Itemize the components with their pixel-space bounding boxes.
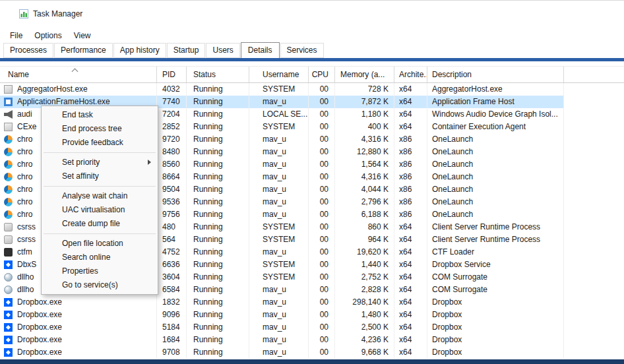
menu-file[interactable]: File [4, 29, 28, 42]
table-row[interactable]: Dropbox.exe 9708 Running mav_u 00 9,668 … [0, 346, 564, 359]
menu-item-end-process-tree[interactable]: End process tree [42, 122, 158, 136]
menu-item-set-affinity[interactable]: Set affinity [42, 169, 158, 183]
tab-performance[interactable]: Performance [54, 43, 113, 58]
column-header-pid[interactable]: PID [157, 67, 187, 82]
table-row[interactable]: Dropbox.exe 9096 Running mav_u 00 1,480 … [0, 309, 564, 321]
process-status: Running [187, 284, 249, 296]
process-architecture: x64 [394, 96, 427, 108]
process-cpu: 00 [309, 108, 335, 121]
process-name-cell: Dropbox.exe [0, 296, 157, 309]
process-status: Running [187, 83, 249, 96]
process-architecture: x64 [394, 334, 427, 346]
tab-app-history[interactable]: App history [113, 43, 166, 58]
tab-services[interactable]: Services [280, 43, 324, 58]
tab-details[interactable]: Details [241, 42, 280, 59]
menu-item-label: Search online [62, 253, 110, 262]
process-description: OneLaunch [427, 183, 564, 196]
process-description: Dropbox Service [427, 258, 564, 271]
process-description: OneLaunch [427, 196, 564, 208]
process-name-cell: Dropbox.exe [0, 334, 157, 346]
column-header-cpu[interactable]: CPU [309, 67, 335, 82]
process-name-cell: Dropbox.exe [0, 309, 157, 321]
menu-item-label: Open file location [62, 239, 123, 248]
menu-item-create-dump-file[interactable]: Create dump file [42, 217, 158, 231]
process-architecture: x86 [394, 183, 427, 196]
process-name: Dropbox.exe [17, 346, 62, 359]
menu-item-search-online[interactable]: Search online [42, 251, 158, 264]
process-description: OneLaunch [427, 208, 564, 221]
process-memory: 2,828 K [335, 284, 394, 296]
task-manager-icon [19, 9, 28, 18]
menu-item-analyse-wait-chain[interactable]: Analyse wait chain [42, 189, 158, 203]
process-pid: 9096 [157, 309, 187, 321]
menu-options[interactable]: Options [28, 29, 67, 42]
process-name: ctfm [17, 246, 32, 258]
process-description: Dropbox [427, 296, 564, 309]
process-cpu: 00 [309, 96, 335, 108]
process-cpu: 00 [309, 121, 335, 133]
menu-item-uac-virtualisation[interactable]: UAC virtualisation [42, 203, 158, 217]
process-architecture: x64 [394, 271, 427, 284]
menu-item-open-file-location[interactable]: Open file location [42, 237, 158, 251]
process-username: mav_u [249, 196, 309, 208]
process-memory: 9,668 K [335, 346, 394, 359]
tab-users[interactable]: Users [206, 43, 239, 58]
menu-item-label: End process tree [62, 124, 122, 133]
process-username: mav_u [249, 171, 309, 183]
process-architecture: x64 [394, 108, 427, 121]
menu-item-label: Analyse wait chain [62, 191, 127, 200]
process-cpu: 00 [309, 133, 335, 146]
tab-startup[interactable]: Startup [167, 43, 206, 58]
process-status: Running [187, 258, 249, 271]
process-cpu: 00 [309, 284, 335, 296]
process-description: Dropbox [427, 346, 564, 359]
process-status: Running [187, 133, 249, 146]
process-status: Running [187, 183, 249, 196]
process-name: CExe [17, 121, 36, 133]
column-header-username[interactable]: Username [249, 67, 309, 82]
table-row[interactable]: AggregatorHost.exe 4032 Running SYSTEM 0… [0, 83, 564, 96]
menu-item-properties[interactable]: Properties [42, 264, 158, 278]
process-memory: 12,880 K [335, 146, 394, 158]
column-label: Status [193, 70, 216, 79]
column-header-name[interactable]: Name [0, 67, 157, 82]
process-username: mav_u [249, 183, 309, 196]
process-username: mav_u [249, 158, 309, 171]
process-cpu: 00 [309, 296, 335, 309]
process-name: chro [17, 208, 32, 221]
process-status: Running [187, 171, 249, 183]
process-memory: 19,620 K [335, 246, 394, 258]
menu-item-set-priority[interactable]: Set priority [42, 156, 158, 169]
menu-separator [44, 186, 156, 187]
process-status: Running [187, 246, 249, 258]
process-memory: 2,500 K [335, 321, 394, 334]
process-status: Running [187, 96, 249, 108]
column-header-description[interactable]: Description [427, 67, 564, 82]
process-cpu: 00 [309, 258, 335, 271]
process-memory: 4,236 K [335, 334, 394, 346]
process-username: SYSTEM [249, 233, 309, 246]
table-row[interactable]: Dropbox.exe 1684 Running mav_u 00 4,236 … [0, 334, 564, 346]
process-status: Running [187, 146, 249, 158]
column-header-arch[interactable]: Archite... [394, 67, 427, 82]
column-header-memory[interactable]: Memory (a... [335, 67, 394, 82]
process-description: Client Server Runtime Process [427, 233, 564, 246]
menu-view[interactable]: View [68, 29, 97, 42]
process-cpu: 00 [309, 83, 335, 96]
process-pid: 1832 [157, 296, 187, 309]
process-architecture: x86 [394, 208, 427, 221]
process-status: Running [187, 334, 249, 346]
menu-item-go-to-service-s[interactable]: Go to service(s) [42, 278, 158, 292]
column-header-status[interactable]: Status [187, 67, 249, 82]
process-cpu: 00 [309, 196, 335, 208]
table-row[interactable]: Dropbox.exe 5184 Running mav_u 00 2,500 … [0, 321, 564, 334]
menu-item-end-task[interactable]: End task [42, 108, 158, 122]
process-architecture: x64 [394, 296, 427, 309]
process-pid: 7740 [157, 96, 187, 108]
process-pid: 7204 [157, 108, 187, 121]
context-menu: End task End process tree Provide feedba… [41, 106, 158, 295]
table-row[interactable]: Dropbox.exe 1832 Running mav_u 00 298,14… [0, 296, 564, 309]
column-label: CPU [312, 70, 328, 79]
tab-processes[interactable]: Processes [3, 43, 53, 58]
menu-item-provide-feedback[interactable]: Provide feedback [42, 136, 158, 150]
